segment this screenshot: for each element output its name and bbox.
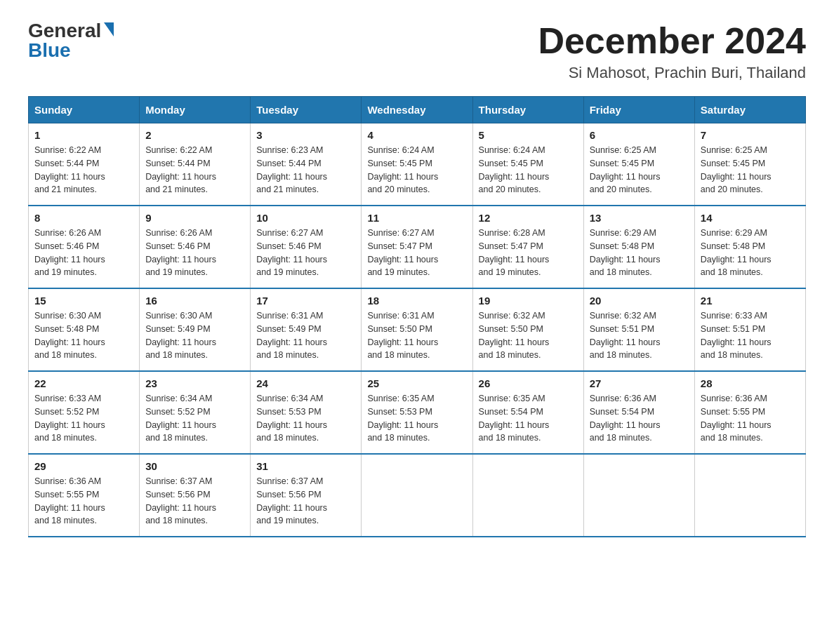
day-number: 3: [256, 129, 355, 141]
calendar-cell: [472, 454, 583, 537]
weekday-header-friday: Friday: [583, 97, 694, 123]
day-info: Sunrise: 6:27 AMSunset: 5:46 PMDaylight:…: [256, 227, 355, 279]
weekday-header-tuesday: Tuesday: [251, 97, 362, 123]
day-number: 23: [145, 377, 244, 389]
day-number: 16: [145, 295, 244, 307]
page-header: General Blue December 2024 Si Mahosot, P…: [28, 21, 806, 82]
calendar-cell: 11Sunrise: 6:27 AMSunset: 5:47 PMDayligh…: [362, 206, 472, 288]
calendar-cell: 21Sunrise: 6:33 AMSunset: 5:51 PMDayligh…: [694, 288, 805, 371]
day-info: Sunrise: 6:37 AMSunset: 5:56 PMDaylight:…: [256, 475, 355, 528]
day-number: 29: [34, 460, 133, 472]
day-number: 17: [256, 295, 355, 307]
calendar-cell: 22Sunrise: 6:33 AMSunset: 5:52 PMDayligh…: [29, 371, 140, 454]
day-number: 25: [367, 377, 466, 389]
calendar-cell: 29Sunrise: 6:36 AMSunset: 5:55 PMDayligh…: [29, 454, 140, 537]
day-number: 7: [701, 129, 800, 141]
calendar-table: SundayMondayTuesdayWednesdayThursdayFrid…: [28, 96, 806, 537]
day-number: 26: [479, 377, 578, 389]
calendar-cell: 1Sunrise: 6:22 AMSunset: 5:44 PMDaylight…: [29, 123, 140, 206]
day-info: Sunrise: 6:27 AMSunset: 5:47 PMDaylight:…: [367, 227, 466, 279]
day-info: Sunrise: 6:33 AMSunset: 5:51 PMDaylight:…: [701, 309, 800, 362]
day-number: 24: [256, 377, 355, 389]
calendar-cell: 6Sunrise: 6:25 AMSunset: 5:45 PMDaylight…: [583, 123, 694, 206]
calendar-cell: 19Sunrise: 6:32 AMSunset: 5:50 PMDayligh…: [472, 288, 583, 371]
day-info: Sunrise: 6:31 AMSunset: 5:49 PMDaylight:…: [256, 309, 355, 362]
calendar-cell: 2Sunrise: 6:22 AMSunset: 5:44 PMDaylight…: [140, 123, 251, 206]
calendar-title: December 2024: [538, 21, 806, 61]
day-info: Sunrise: 6:30 AMSunset: 5:49 PMDaylight:…: [145, 309, 244, 362]
day-info: Sunrise: 6:24 AMSunset: 5:45 PMDaylight:…: [367, 144, 466, 196]
day-info: Sunrise: 6:28 AMSunset: 5:47 PMDaylight:…: [479, 227, 578, 279]
calendar-cell: 24Sunrise: 6:34 AMSunset: 5:53 PMDayligh…: [251, 371, 362, 454]
calendar-cell: 18Sunrise: 6:31 AMSunset: 5:50 PMDayligh…: [362, 288, 472, 371]
day-number: 18: [367, 295, 466, 307]
calendar-cell: 25Sunrise: 6:35 AMSunset: 5:53 PMDayligh…: [362, 371, 472, 454]
day-info: Sunrise: 6:35 AMSunset: 5:54 PMDaylight:…: [479, 392, 578, 445]
day-info: Sunrise: 6:35 AMSunset: 5:53 PMDaylight:…: [367, 392, 466, 445]
calendar-cell: 3Sunrise: 6:23 AMSunset: 5:44 PMDaylight…: [251, 123, 362, 206]
day-number: 30: [145, 460, 244, 472]
day-number: 27: [590, 377, 689, 389]
day-info: Sunrise: 6:22 AMSunset: 5:44 PMDaylight:…: [34, 144, 133, 196]
calendar-cell: [583, 454, 694, 537]
calendar-cell: 7Sunrise: 6:25 AMSunset: 5:45 PMDaylight…: [694, 123, 805, 206]
day-number: 19: [479, 295, 578, 307]
calendar-cell: 12Sunrise: 6:28 AMSunset: 5:47 PMDayligh…: [472, 206, 583, 288]
day-info: Sunrise: 6:34 AMSunset: 5:52 PMDaylight:…: [145, 392, 244, 445]
logo: General Blue: [28, 21, 114, 60]
calendar-cell: 13Sunrise: 6:29 AMSunset: 5:48 PMDayligh…: [583, 206, 694, 288]
calendar-cell: 5Sunrise: 6:24 AMSunset: 5:45 PMDaylight…: [472, 123, 583, 206]
day-info: Sunrise: 6:34 AMSunset: 5:53 PMDaylight:…: [256, 392, 355, 445]
day-number: 10: [256, 212, 355, 224]
calendar-cell: 8Sunrise: 6:26 AMSunset: 5:46 PMDaylight…: [29, 206, 140, 288]
day-number: 21: [701, 295, 800, 307]
day-number: 31: [256, 460, 355, 472]
calendar-subtitle: Si Mahosot, Prachin Buri, Thailand: [538, 64, 806, 82]
logo-arrow-icon: [104, 22, 114, 36]
calendar-cell: 31Sunrise: 6:37 AMSunset: 5:56 PMDayligh…: [251, 454, 362, 537]
calendar-cell: 15Sunrise: 6:30 AMSunset: 5:48 PMDayligh…: [29, 288, 140, 371]
weekday-header-sunday: Sunday: [29, 97, 140, 123]
calendar-cell: 4Sunrise: 6:24 AMSunset: 5:45 PMDaylight…: [362, 123, 472, 206]
day-number: 4: [367, 129, 466, 141]
day-number: 22: [34, 377, 133, 389]
weekday-header-monday: Monday: [140, 97, 251, 123]
day-info: Sunrise: 6:29 AMSunset: 5:48 PMDaylight:…: [590, 227, 689, 279]
day-number: 5: [479, 129, 578, 141]
weekday-header-wednesday: Wednesday: [362, 97, 472, 123]
day-number: 9: [145, 212, 244, 224]
day-number: 1: [34, 129, 133, 141]
day-info: Sunrise: 6:36 AMSunset: 5:55 PMDaylight:…: [701, 392, 800, 445]
day-info: Sunrise: 6:32 AMSunset: 5:51 PMDaylight:…: [590, 309, 689, 362]
day-number: 8: [34, 212, 133, 224]
day-number: 11: [367, 212, 466, 224]
day-number: 12: [479, 212, 578, 224]
day-number: 20: [590, 295, 689, 307]
calendar-cell: [694, 454, 805, 537]
day-number: 14: [701, 212, 800, 224]
day-number: 28: [701, 377, 800, 389]
day-number: 15: [34, 295, 133, 307]
day-number: 2: [145, 129, 244, 141]
calendar-cell: 14Sunrise: 6:29 AMSunset: 5:48 PMDayligh…: [694, 206, 805, 288]
day-info: Sunrise: 6:36 AMSunset: 5:54 PMDaylight:…: [590, 392, 689, 445]
day-info: Sunrise: 6:32 AMSunset: 5:50 PMDaylight:…: [479, 309, 578, 362]
day-number: 6: [590, 129, 689, 141]
calendar-cell: 20Sunrise: 6:32 AMSunset: 5:51 PMDayligh…: [583, 288, 694, 371]
day-info: Sunrise: 6:22 AMSunset: 5:44 PMDaylight:…: [145, 144, 244, 196]
day-info: Sunrise: 6:33 AMSunset: 5:52 PMDaylight:…: [34, 392, 133, 445]
logo-blue: Blue: [28, 41, 71, 60]
calendar-cell: 26Sunrise: 6:35 AMSunset: 5:54 PMDayligh…: [472, 371, 583, 454]
day-info: Sunrise: 6:24 AMSunset: 5:45 PMDaylight:…: [479, 144, 578, 196]
day-info: Sunrise: 6:30 AMSunset: 5:48 PMDaylight:…: [34, 309, 133, 362]
day-number: 13: [590, 212, 689, 224]
calendar-cell: 17Sunrise: 6:31 AMSunset: 5:49 PMDayligh…: [251, 288, 362, 371]
weekday-header-saturday: Saturday: [694, 97, 805, 123]
calendar-cell: 10Sunrise: 6:27 AMSunset: 5:46 PMDayligh…: [251, 206, 362, 288]
title-block: December 2024 Si Mahosot, Prachin Buri, …: [538, 21, 806, 82]
day-info: Sunrise: 6:29 AMSunset: 5:48 PMDaylight:…: [701, 227, 800, 279]
calendar-cell: 23Sunrise: 6:34 AMSunset: 5:52 PMDayligh…: [140, 371, 251, 454]
calendar-cell: 30Sunrise: 6:37 AMSunset: 5:56 PMDayligh…: [140, 454, 251, 537]
logo-general: General: [28, 21, 101, 41]
day-info: Sunrise: 6:25 AMSunset: 5:45 PMDaylight:…: [590, 144, 689, 196]
